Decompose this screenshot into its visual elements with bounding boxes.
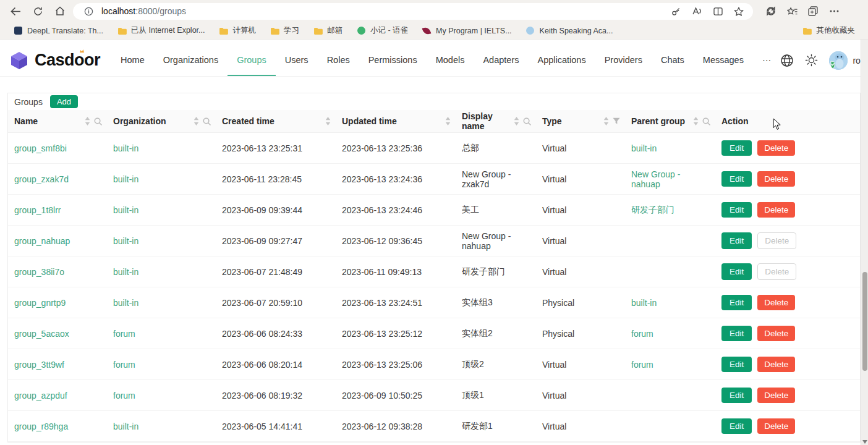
edit-button[interactable]: Edit xyxy=(721,171,752,187)
group-name-link[interactable]: group_azpduf xyxy=(14,391,67,400)
parent-group-link[interactable]: 研发子部门 xyxy=(631,205,674,214)
bookmark-item[interactable]: 学习 xyxy=(264,23,305,38)
add-button[interactable]: Add xyxy=(50,95,78,108)
bookmark-item[interactable]: 小记 - 语雀 xyxy=(351,23,414,38)
nav-item-roles[interactable]: Roles xyxy=(318,44,359,76)
read-aloud-icon[interactable] xyxy=(689,4,705,19)
delete-button[interactable]: Delete xyxy=(757,418,795,434)
edit-button[interactable]: Edit xyxy=(721,232,752,249)
browser-essentials-icon[interactable] xyxy=(762,2,780,20)
split-screen-icon[interactable] xyxy=(710,4,726,19)
nav-item-permissions[interactable]: Permissions xyxy=(359,44,427,76)
other-favorites-folder[interactable]: 其他收藏夹 xyxy=(797,23,861,38)
delete-button[interactable]: Delete xyxy=(757,202,795,218)
column-header[interactable]: Updated time xyxy=(336,110,456,133)
address-bar[interactable]: localhost:8000/groups xyxy=(73,3,753,20)
bookmark-item[interactable]: Keith Speaking Aca... xyxy=(520,24,619,38)
type-cell: Virtual xyxy=(536,380,625,411)
parent-group-link[interactable]: built-in xyxy=(631,298,657,308)
group-name-link[interactable]: group_gnrtp9 xyxy=(14,298,66,308)
organization-link[interactable]: forum xyxy=(113,329,135,339)
delete-button[interactable]: Delete xyxy=(757,171,795,187)
delete-button[interactable]: Delete xyxy=(757,388,795,403)
password-key-icon[interactable] xyxy=(668,4,684,19)
organization-link[interactable]: built-in xyxy=(113,422,138,431)
organization-link[interactable]: forum xyxy=(113,360,135,370)
column-header[interactable]: Type xyxy=(536,110,625,133)
scrollbar-thumb[interactable] xyxy=(862,272,867,371)
group-name-link[interactable]: group_zxak7d xyxy=(14,174,69,184)
site-info-icon[interactable] xyxy=(80,4,96,19)
nav-item-models[interactable]: Models xyxy=(427,44,474,76)
browser-menu-icon[interactable] xyxy=(825,2,843,20)
column-header[interactable]: Created time xyxy=(216,110,336,133)
nav-item-home[interactable]: Home xyxy=(111,44,154,76)
nav-item-adapters[interactable]: Adapters xyxy=(474,44,528,76)
vertical-scrollbar[interactable] xyxy=(861,40,868,445)
bookmark-item[interactable]: 已从 Internet Explor... xyxy=(111,23,211,38)
group-name-link[interactable]: group_5acaox xyxy=(14,329,69,339)
delete-button[interactable]: Delete xyxy=(757,357,795,372)
search-icon[interactable] xyxy=(523,117,531,125)
edit-button[interactable]: Edit xyxy=(721,140,752,156)
group-name-link[interactable]: group_nahuap xyxy=(14,236,70,246)
edit-button[interactable]: Edit xyxy=(721,388,752,403)
edit-button[interactable]: Edit xyxy=(721,357,752,372)
nav-item-users[interactable]: Users xyxy=(276,44,318,76)
scrollbar-down-arrow[interactable] xyxy=(862,440,867,444)
edit-button[interactable]: Edit xyxy=(721,418,752,434)
organization-link[interactable]: forum xyxy=(113,391,135,400)
language-globe-icon[interactable] xyxy=(780,54,794,67)
favorites-bar-icon[interactable] xyxy=(783,2,801,20)
nav-item-[interactable]: ··· xyxy=(753,44,781,76)
parent-group-link[interactable]: built-in xyxy=(631,143,657,153)
group-name-link[interactable]: group_3tt9wf xyxy=(14,360,64,370)
parent-group-link[interactable]: forum xyxy=(631,329,653,339)
column-header[interactable]: Action xyxy=(715,110,860,133)
nav-item-chats[interactable]: Chats xyxy=(652,44,694,76)
organization-link[interactable]: built-in xyxy=(113,143,138,153)
organization-link[interactable]: built-in xyxy=(113,267,138,277)
search-icon[interactable] xyxy=(203,117,211,125)
bookmark-item[interactable]: 计算机 xyxy=(213,23,262,38)
delete-button[interactable]: Delete xyxy=(757,140,795,156)
home-icon[interactable] xyxy=(51,2,69,20)
delete-button[interactable]: Delete xyxy=(757,295,795,310)
organization-link[interactable]: built-in xyxy=(113,174,138,184)
casdoor-logo[interactable]: Casdoor xyxy=(9,44,100,76)
organization-link[interactable]: built-in xyxy=(113,205,138,215)
column-header[interactable]: Name xyxy=(8,110,107,133)
edit-button[interactable]: Edit xyxy=(721,326,752,341)
favorite-star-icon[interactable] xyxy=(731,4,747,19)
edit-button[interactable]: Edit xyxy=(721,263,752,280)
group-name-link[interactable]: group_smf8bi xyxy=(14,143,67,153)
nav-item-groups[interactable]: Groups xyxy=(228,44,276,76)
parent-group-link[interactable]: forum xyxy=(631,360,653,370)
refresh-icon[interactable] xyxy=(28,2,47,20)
bookmark-item[interactable]: 邮箱 xyxy=(307,23,348,38)
bookmark-item[interactable]: My Program | IELTS... xyxy=(416,24,517,38)
nav-item-messages[interactable]: Messages xyxy=(694,44,753,76)
column-header[interactable]: Parent group xyxy=(625,110,715,133)
bookmark-item[interactable]: DeepL Translate: Th... xyxy=(7,24,109,38)
edit-button[interactable]: Edit xyxy=(721,295,752,310)
nav-item-organizations[interactable]: Organizations xyxy=(154,44,228,76)
delete-button[interactable]: Delete xyxy=(757,326,795,341)
organization-link[interactable]: built-in xyxy=(113,298,138,308)
group-name-link[interactable]: group_38ii7o xyxy=(14,267,64,277)
organization-link[interactable]: built-in xyxy=(113,236,138,246)
group-name-link[interactable]: group_1t8lrr xyxy=(14,205,61,215)
edit-button[interactable]: Edit xyxy=(721,202,752,218)
parent-group-link[interactable]: New Group - nahuap xyxy=(631,169,680,189)
filter-icon[interactable] xyxy=(613,117,620,125)
group-name-link[interactable]: group_r89hga xyxy=(14,422,68,431)
theme-sun-icon[interactable] xyxy=(805,54,818,67)
search-icon[interactable] xyxy=(702,117,710,125)
search-icon[interactable] xyxy=(94,117,102,125)
column-header[interactable]: Organization xyxy=(107,110,216,133)
nav-item-providers[interactable]: Providers xyxy=(595,44,652,76)
collections-icon[interactable] xyxy=(804,2,822,20)
back-icon[interactable] xyxy=(6,2,25,20)
nav-item-applications[interactable]: Applications xyxy=(528,44,595,76)
column-header[interactable]: Display name xyxy=(456,110,536,133)
